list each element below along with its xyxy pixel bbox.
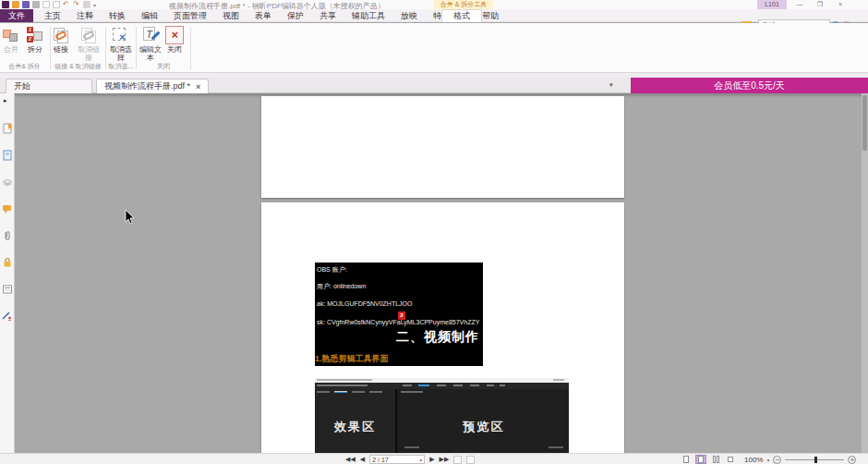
cancel-select-button[interactable]: × 取消选择 <box>108 26 134 62</box>
menu-edit[interactable]: 编辑 <box>141 10 158 22</box>
undo-icon[interactable]: ↶ <box>63 1 70 8</box>
group-label: 关闭 <box>138 62 189 71</box>
save-icon[interactable] <box>22 1 30 8</box>
fields-icon[interactable] <box>2 284 13 295</box>
tab-start[interactable]: 开始 <box>6 79 92 93</box>
menu-slideshow[interactable]: 放映 <box>401 10 417 22</box>
tab-list-caret-icon[interactable]: ▾ <box>609 81 613 89</box>
new-doc-icon[interactable] <box>42 1 50 8</box>
tab-close-icon[interactable]: × <box>196 82 200 92</box>
link-icon <box>52 26 70 44</box>
continuous-view-icon[interactable] <box>695 455 706 464</box>
merge-button[interactable]: 合并 <box>2 26 20 54</box>
obs-ak-line: ak: MOJLGUFDF5NV0ZHTLJOO <box>317 300 412 307</box>
menu-items: 主页 注释 转换 编辑 页面管理 视图 表单 保护 共享 辅助工具 放映 特色功… <box>44 9 499 22</box>
group-separator <box>50 27 51 69</box>
zoom-slider-handle[interactable] <box>814 457 817 463</box>
split-icon: 12 <box>26 26 44 44</box>
ribbon-group-cancel-select: × 取消选择 取消选... <box>107 23 135 72</box>
minimize-icon[interactable]: — <box>794 0 805 9</box>
page-number-input[interactable] <box>372 457 415 463</box>
panel-tabs <box>317 391 382 393</box>
zoom-level: 100% <box>744 456 763 464</box>
print-icon[interactable] <box>32 1 40 8</box>
navigation-sidebar: ▸ <box>0 93 15 453</box>
vertical-scrollbar[interactable] <box>862 93 868 453</box>
edit-text-button[interactable]: T 编辑文本 <box>139 26 163 62</box>
page-number-box: ▾ <box>369 455 425 464</box>
document-tab-bar: 开始 视频制作流程手册.pdf * × ▾ 会员低至0.5元/天 <box>0 78 868 93</box>
file-menu-button[interactable]: 文件 <box>0 9 33 22</box>
qat-customize-icon[interactable]: ▾ <box>93 2 96 8</box>
single-page-view-icon[interactable] <box>681 455 692 464</box>
duplicate-doc-icon[interactable] <box>53 1 60 8</box>
next-view-button[interactable] <box>466 456 475 464</box>
panel-expand-icon[interactable]: ▸ <box>4 97 7 104</box>
menu-accessibility[interactable]: 辅助工具 <box>352 10 385 22</box>
last-page-button[interactable]: ▶▶ <box>440 454 450 464</box>
signature-icon[interactable] <box>2 311 13 322</box>
obs-title-line: OBS 账户: <box>317 265 347 275</box>
comments-icon[interactable] <box>2 203 13 214</box>
page-navigation: ◀◀ ◀ ▾ ▶ ▶▶ <box>345 454 475 464</box>
facing-view-icon[interactable] <box>710 455 721 464</box>
obs-account-image: OBS 账户: 用户: onlinedown ak: MOJLGUFDF5NV0… <box>315 263 483 366</box>
editor-menu-row <box>315 383 569 389</box>
membership-promo-banner[interactable]: 会员低至0.5元/天 <box>631 78 868 93</box>
close-icon[interactable]: × <box>835 0 846 9</box>
view-mode-buttons <box>681 455 736 464</box>
next-page-button[interactable]: ▶ <box>429 454 434 464</box>
group-separator <box>136 27 137 69</box>
license-badge: L101 <box>757 0 787 9</box>
window-controls: — ❐ × <box>794 0 846 9</box>
menu-comment[interactable]: 注释 <box>77 10 93 22</box>
menu-organize[interactable]: 页面管理 <box>174 10 207 22</box>
panel-tabs <box>401 391 423 393</box>
first-page-button[interactable]: ◀◀ <box>345 454 356 464</box>
zoom-in-button[interactable]: + <box>848 456 856 464</box>
prev-page-button[interactable]: ◀ <box>360 454 365 464</box>
page-caret-icon[interactable]: ▾ <box>419 457 422 463</box>
menu-help[interactable]: 帮助 <box>482 10 499 22</box>
annotation-badge[interactable]: 2 <box>398 311 405 320</box>
open-file-icon[interactable] <box>12 1 19 8</box>
document-area: ▸ OBS 账户: 用户: on <box>0 93 868 453</box>
editor-effects-panel: 效果区 <box>315 389 397 453</box>
security-icon[interactable] <box>2 257 13 268</box>
tab-document[interactable]: 视频制作流程手册.pdf * × <box>96 79 209 93</box>
pages-icon[interactable] <box>2 150 13 161</box>
ribbon: 合并 12 拆分 合并& 拆分 链接 取消链接 链接 & 取消链接 × 取消选择… <box>0 23 868 73</box>
zoom-out-button[interactable]: − <box>773 456 781 464</box>
zoom-slider[interactable] <box>785 459 844 460</box>
menu-view[interactable]: 视图 <box>223 10 239 22</box>
bookmarks-icon[interactable] <box>2 123 13 134</box>
hand-tool-icon[interactable] <box>83 1 90 8</box>
quick-access-toolbar: ↶ ↷ ▾ <box>2 0 96 9</box>
obs-sk-line: sk: CVgfnRw0sfkNCynyyVFaLyML3CPPuyme857V… <box>317 319 479 325</box>
scrollbar-thumb[interactable] <box>862 95 867 151</box>
ribbon-group-link: 链接 取消链接 链接 & 取消链接 <box>52 23 104 72</box>
menu-protect[interactable]: 保护 <box>287 10 304 22</box>
layers-icon[interactable] <box>2 177 13 188</box>
editor-preview-panel: 预览区 <box>399 389 569 453</box>
link-button[interactable]: 链接 <box>52 26 70 54</box>
close-tool-button[interactable]: × 关闭 <box>165 26 184 54</box>
obs-user-line: 用户: onlinedown <box>317 282 366 291</box>
unlink-button[interactable]: 取消链接 <box>76 26 102 62</box>
maximize-icon[interactable]: ❐ <box>814 0 826 9</box>
previous-view-button[interactable] <box>453 456 462 464</box>
zoom-caret-icon[interactable]: ▾ <box>766 457 769 463</box>
group-label: 合并& 拆分 <box>0 62 49 71</box>
split-button[interactable]: 12 拆分 <box>26 26 44 54</box>
redo-icon[interactable]: ↷ <box>73 1 80 8</box>
tab-format[interactable]: 格式 <box>441 9 482 22</box>
merge-icon <box>2 26 20 44</box>
reflow-view-icon[interactable] <box>725 455 736 464</box>
menu-form[interactable]: 表单 <box>255 10 271 22</box>
menu-share[interactable]: 共享 <box>319 10 336 22</box>
section-subheading: 1.熟悉剪辑工具界面 <box>315 353 389 365</box>
group-separator <box>105 27 106 69</box>
menu-home[interactable]: 主页 <box>44 10 61 22</box>
menu-convert[interactable]: 转换 <box>109 10 126 22</box>
attachments-icon[interactable] <box>2 230 13 241</box>
